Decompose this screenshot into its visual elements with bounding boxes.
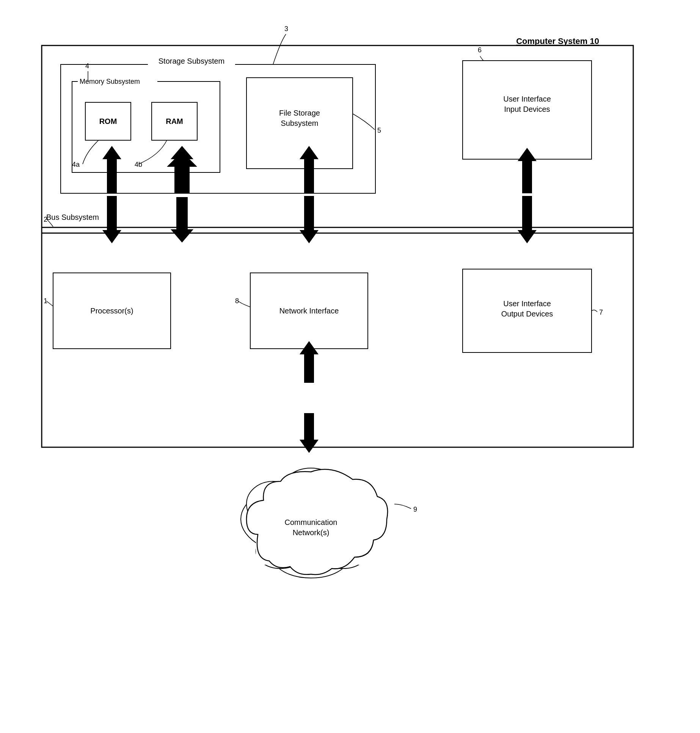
network-interface-label: Network Interface: [279, 307, 339, 315]
ref-5: 5: [377, 127, 381, 134]
ref-4: 4: [85, 62, 89, 70]
memory-subsystem-label: Memory Subsystem: [80, 78, 140, 85]
svg-text:Output Devices: Output Devices: [501, 310, 553, 318]
rom-label: ROM: [99, 117, 117, 125]
ui-output-label: User Interface: [503, 299, 551, 308]
bus-subsystem-label: Bus Subsystem: [46, 213, 99, 221]
file-storage-label: File Storage: [279, 109, 320, 117]
diagram-svg: Computer System 10 Storage Subsystem bg …: [23, 15, 675, 716]
ram-label: RAM: [166, 117, 183, 125]
ui-input-label: User Interface: [503, 95, 551, 103]
ref-4a: 4a: [72, 161, 80, 168]
computer-system-label: Computer System 10: [516, 36, 599, 46]
processor-label: Processor(s): [90, 307, 133, 315]
storage-subsystem-label: Storage Subsystem: [159, 57, 225, 65]
diagram-container: Computer System 10 Storage Subsystem bg …: [23, 15, 675, 716]
svg-text:Input Devices: Input Devices: [504, 105, 550, 113]
ref-3: 3: [284, 25, 288, 33]
ref-4b: 4b: [135, 161, 142, 168]
ref-1: 1: [44, 297, 47, 305]
svg-text:Network(s): Network(s): [293, 528, 330, 537]
comm-network-label: Communication: [285, 518, 337, 526]
ref-6: 6: [478, 46, 482, 54]
cloud-shape: Communication Network(s): [241, 468, 388, 578]
svg-text:Subsystem: Subsystem: [281, 119, 319, 127]
ref-9: 9: [413, 506, 417, 513]
ref-7: 7: [599, 309, 603, 316]
